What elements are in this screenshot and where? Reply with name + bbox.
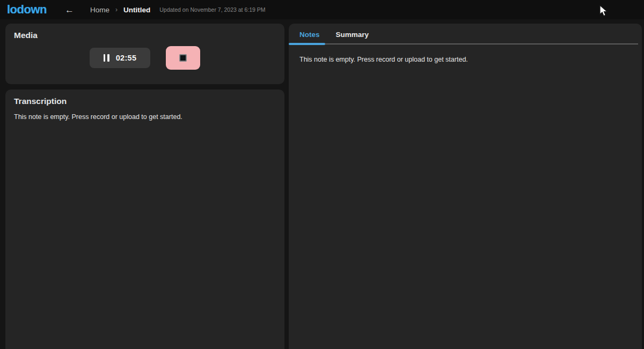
- lodown-logo[interactable]: lodown: [7, 3, 47, 17]
- breadcrumb: Home › Untitled: [90, 6, 150, 14]
- transcription-empty-message: This note is empty. Press record or uplo…: [14, 113, 276, 121]
- left-column: Media 02:55 Transcription This note is e…: [5, 24, 284, 349]
- tab-notes[interactable]: Notes: [299, 31, 320, 43]
- main-content: Media 02:55 Transcription This note is e…: [0, 24, 644, 349]
- chevron-right-icon: ›: [115, 6, 118, 13]
- stop-icon: [179, 54, 187, 62]
- pause-icon: [104, 54, 109, 62]
- media-title: Media: [14, 31, 276, 40]
- tab-summary[interactable]: Summary: [336, 31, 369, 43]
- notes-panel: Notes Summary This note is empty. Press …: [289, 24, 642, 349]
- media-panel: Media 02:55: [5, 24, 284, 84]
- tabs: Notes Summary: [289, 24, 642, 43]
- tab-divider: [289, 43, 638, 44]
- transcription-panel: Transcription This note is empty. Press …: [5, 90, 284, 349]
- back-arrow-icon[interactable]: ←: [62, 4, 77, 16]
- recording-timer: 02:55: [116, 54, 137, 62]
- stop-button[interactable]: [166, 46, 200, 70]
- breadcrumb-current[interactable]: Untitled: [123, 6, 150, 14]
- topbar: lodown ← Home › Untitled Updated on Nove…: [0, 0, 644, 19]
- pause-timer-button[interactable]: 02:55: [90, 48, 150, 68]
- transcription-title: Transcription: [14, 96, 276, 106]
- breadcrumb-home[interactable]: Home: [90, 6, 109, 14]
- active-tab-underline: [289, 43, 325, 45]
- media-controls: 02:55: [14, 46, 276, 70]
- notes-empty-message: This note is empty. Press record or uplo…: [289, 44, 642, 63]
- updated-timestamp: Updated on November 7, 2023 at 6:19 PM: [159, 6, 265, 13]
